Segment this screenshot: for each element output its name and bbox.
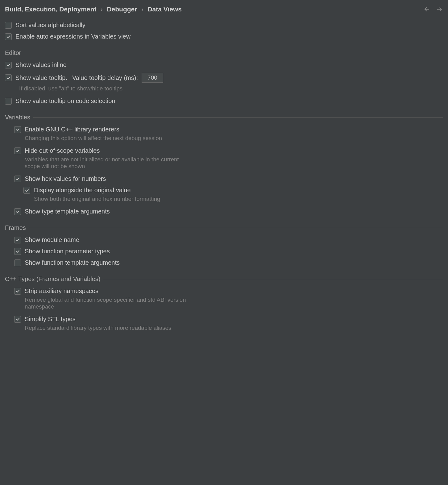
frames-section-header: Frames bbox=[5, 224, 443, 231]
simplify-stl-checkbox[interactable] bbox=[14, 316, 21, 323]
tooltip-delay-input[interactable] bbox=[142, 73, 163, 83]
forward-button[interactable] bbox=[436, 6, 443, 13]
show-param-types-row: Show function parameter types bbox=[14, 248, 443, 255]
variables-section-header: Variables bbox=[5, 114, 443, 121]
tooltip-on-selection-checkbox[interactable] bbox=[5, 98, 12, 105]
show-values-inline-label: Show values inline bbox=[15, 61, 67, 68]
auto-expressions-row: Enable auto expressions in Variables vie… bbox=[5, 33, 443, 40]
breadcrumb-item-data-views[interactable]: Data Views bbox=[147, 6, 182, 13]
show-param-types-label: Show function parameter types bbox=[25, 248, 110, 255]
show-module-label: Show module name bbox=[25, 236, 79, 243]
show-hex-label: Show hex values for numbers bbox=[25, 175, 106, 182]
gnu-renderers-row: Enable GNU C++ library renderers bbox=[14, 126, 443, 133]
show-value-tooltip-checkbox[interactable] bbox=[5, 74, 12, 81]
sort-alphabetically-checkbox[interactable] bbox=[5, 22, 12, 29]
hide-scope-checkbox[interactable] bbox=[14, 147, 21, 154]
cpptypes-section-header: C++ Types (Frames and Variables) bbox=[5, 276, 443, 283]
show-values-inline-checkbox[interactable] bbox=[5, 62, 12, 68]
chevron-right-icon: › bbox=[101, 6, 102, 13]
display-alongside-help: Show both the original and hex number fo… bbox=[34, 196, 443, 202]
strip-ns-label: Strip auxiliary namespaces bbox=[25, 288, 98, 295]
simplify-stl-row: Simplify STL types bbox=[14, 316, 443, 323]
show-fn-template-row: Show function template arguments bbox=[14, 259, 443, 266]
display-alongside-row: Display alongside the original value bbox=[23, 187, 443, 194]
strip-ns-help: Remove global and function scope specifi… bbox=[25, 296, 191, 310]
show-fn-template-checkbox[interactable] bbox=[14, 259, 21, 266]
show-module-checkbox[interactable] bbox=[14, 237, 21, 243]
strip-ns-row: Strip auxiliary namespaces bbox=[14, 288, 443, 295]
display-alongside-label: Display alongside the original value bbox=[34, 187, 131, 194]
show-param-types-checkbox[interactable] bbox=[14, 248, 21, 255]
gnu-renderers-checkbox[interactable] bbox=[14, 126, 21, 133]
show-hex-checkbox[interactable] bbox=[14, 176, 21, 182]
show-value-tooltip-label: Show value tooltip. bbox=[15, 74, 67, 81]
back-button[interactable] bbox=[423, 6, 431, 13]
chevron-right-icon: › bbox=[141, 6, 143, 13]
hide-scope-help: Variables that are not initialized or no… bbox=[25, 156, 185, 170]
show-type-template-checkbox[interactable] bbox=[14, 208, 21, 215]
auto-expressions-checkbox[interactable] bbox=[5, 33, 12, 40]
tooltip-help-text: If disabled, use "alt" to show/hide tool… bbox=[19, 85, 443, 92]
breadcrumb: Build, Execution, Deployment › Debugger … bbox=[5, 6, 182, 13]
sort-alphabetically-label: Sort values alphabetically bbox=[15, 22, 85, 29]
gnu-renderers-label: Enable GNU C++ library renderers bbox=[25, 126, 119, 133]
hide-scope-row: Hide out-of-scope variables bbox=[14, 147, 443, 154]
breadcrumb-item-build[interactable]: Build, Execution, Deployment bbox=[5, 6, 96, 13]
show-fn-template-label: Show function template arguments bbox=[25, 259, 120, 266]
tooltip-delay-label: Value tooltip delay (ms): bbox=[72, 74, 138, 81]
tooltip-on-selection-row: Show value tooltip on code selection bbox=[5, 97, 443, 105]
tooltip-on-selection-label: Show value tooltip on code selection bbox=[15, 97, 115, 105]
header: Build, Execution, Deployment › Debugger … bbox=[5, 6, 443, 13]
show-values-inline-row: Show values inline bbox=[5, 61, 443, 68]
strip-ns-checkbox[interactable] bbox=[14, 288, 21, 295]
display-alongside-checkbox[interactable] bbox=[23, 187, 30, 194]
sort-alphabetically-row: Sort values alphabetically bbox=[5, 22, 443, 29]
simplify-stl-label: Simplify STL types bbox=[25, 316, 76, 323]
editor-section-header: Editor bbox=[5, 49, 443, 56]
show-type-template-row: Show type template arguments bbox=[14, 208, 443, 215]
gnu-renderers-help: Changing this option will affect the nex… bbox=[25, 135, 443, 142]
show-module-row: Show module name bbox=[14, 236, 443, 243]
show-type-template-label: Show type template arguments bbox=[25, 208, 110, 215]
show-hex-row: Show hex values for numbers bbox=[14, 175, 443, 182]
hide-scope-label: Hide out-of-scope variables bbox=[25, 147, 100, 154]
show-value-tooltip-row: Show value tooltip. Value tooltip delay … bbox=[5, 73, 443, 83]
breadcrumb-item-debugger[interactable]: Debugger bbox=[107, 6, 137, 13]
simplify-stl-help: Replace standard library types with more… bbox=[25, 325, 443, 331]
nav-arrows bbox=[423, 6, 443, 13]
auto-expressions-label: Enable auto expressions in Variables vie… bbox=[15, 33, 131, 40]
